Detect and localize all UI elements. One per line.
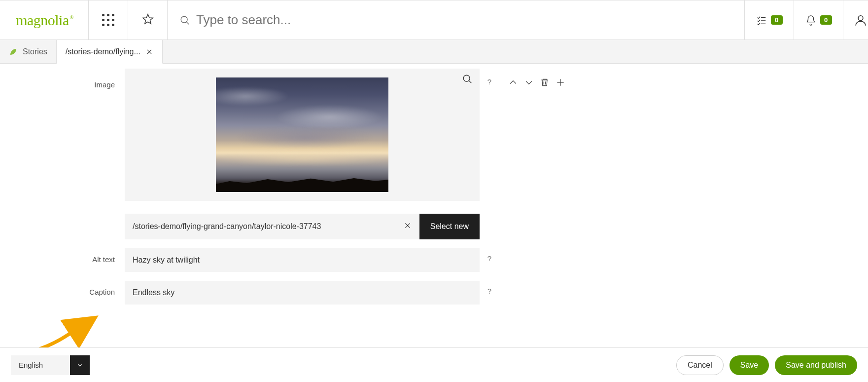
select-new-button[interactable]: Select new [419, 214, 480, 239]
save-and-publish-button[interactable]: Save and publish [775, 355, 857, 375]
tasks-button[interactable]: 0 [745, 0, 794, 39]
help-alt-text[interactable]: ? [480, 248, 499, 263]
tab-label: /stories-demo/flying... [66, 47, 140, 56]
notifications-badge: 0 [820, 15, 832, 25]
bell-icon [805, 15, 816, 26]
caption-input[interactable] [125, 281, 480, 305]
trash-icon[interactable] [540, 77, 550, 87]
search-icon [179, 15, 190, 26]
image-preview[interactable] [125, 69, 480, 201]
language-dropdown-button[interactable] [70, 355, 90, 375]
language-selector[interactable]: English [11, 355, 90, 375]
add-icon[interactable] [556, 77, 565, 87]
notifications-button[interactable]: 0 [794, 0, 843, 39]
svg-point-1 [181, 16, 187, 23]
chevron-down-icon [76, 362, 83, 369]
user-menu-button[interactable] [843, 0, 868, 39]
tasks-icon [756, 15, 767, 26]
tabs-bar: Stories /stories-demo/flying... [0, 40, 868, 64]
tab-label: Stories [23, 47, 47, 56]
image-path-input[interactable]: /stories-demo/flying-grand-canyon/taylor… [125, 214, 419, 239]
tab-active-story[interactable]: /stories-demo/flying... [57, 40, 163, 64]
field-label-caption: Caption [0, 281, 125, 296]
language-value: English [11, 355, 70, 375]
annotation-arrow [35, 309, 99, 347]
field-image: Image /stories-demo/flying-grand-canyon/… [0, 69, 868, 239]
save-button[interactable]: Save [729, 355, 769, 375]
tab-close-button[interactable] [145, 48, 153, 56]
top-bar: magnolia 0 0 [0, 0, 868, 40]
leaf-icon [9, 47, 18, 56]
apps-grid-icon [102, 14, 114, 26]
block-toolbar [499, 69, 565, 87]
image-path-value: /stories-demo/flying-grand-canyon/taylor… [133, 222, 321, 231]
tasks-badge: 0 [771, 15, 783, 25]
apps-launcher-button[interactable] [89, 0, 128, 39]
global-search[interactable] [168, 0, 745, 39]
field-caption: Caption ? [0, 281, 868, 305]
logo[interactable]: magnolia [0, 0, 89, 39]
field-label-alt-text: Alt text [0, 248, 125, 264]
svg-line-2 [186, 22, 189, 24]
tab-stories[interactable]: Stories [0, 40, 57, 63]
close-icon [146, 48, 153, 55]
help-caption[interactable]: ? [480, 281, 499, 295]
search-icon [462, 74, 473, 84]
svg-point-9 [463, 75, 470, 81]
cancel-button[interactable]: Cancel [676, 355, 724, 375]
search-input[interactable] [196, 12, 732, 28]
help-image[interactable]: ? [480, 69, 499, 86]
zoom-button[interactable] [462, 74, 473, 86]
editor-content: Image /stories-demo/flying-grand-canyon/… [0, 64, 868, 347]
user-icon [854, 14, 867, 27]
field-label-image: Image [0, 69, 125, 89]
move-down-icon[interactable] [524, 77, 534, 87]
logo-text: magnolia [16, 12, 72, 29]
svg-line-10 [469, 80, 471, 83]
favorites-button[interactable] [128, 0, 168, 39]
alt-text-input[interactable] [125, 248, 480, 272]
close-icon [404, 222, 412, 229]
image-thumbnail [216, 77, 388, 192]
move-up-icon[interactable] [508, 77, 518, 87]
svg-point-6 [858, 15, 863, 20]
svg-marker-0 [143, 14, 153, 24]
star-icon [142, 13, 154, 27]
field-alt-text: Alt text ? [0, 248, 868, 272]
clear-image-button[interactable] [404, 222, 412, 231]
editor-footer: English Cancel Save Save and publish [0, 347, 868, 382]
